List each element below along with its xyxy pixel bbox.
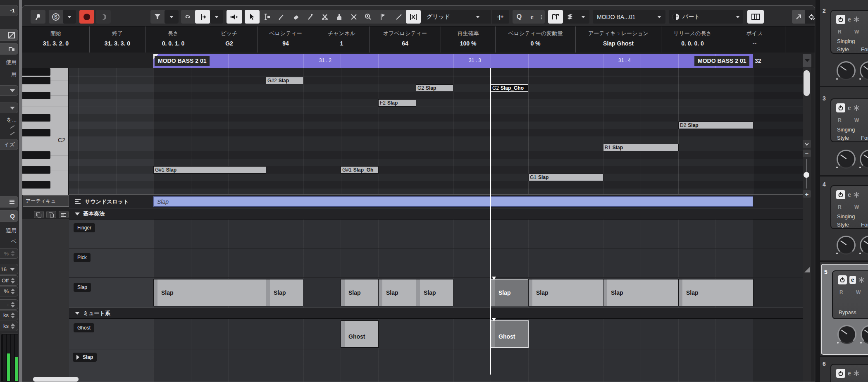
rack-slot-selected[interactable]: 5 e R W Bypass (821, 264, 868, 355)
articulation-event-slap[interactable]: Slap (528, 279, 603, 306)
info-col-release-length[interactable]: リリースの長さ0. 0. 0. 0 (661, 26, 724, 53)
info-col-velocity-variation[interactable]: ベロシティーの変動量0 % (496, 26, 576, 53)
grid-relative-button[interactable]: -|+ (491, 10, 509, 24)
power-button[interactable] (836, 103, 845, 112)
list-button[interactable] (0, 196, 18, 208)
articulation-event-slap[interactable]: Slap (341, 279, 379, 306)
midi-note[interactable]: F2Slap (378, 99, 416, 107)
mute-tool[interactable] (346, 10, 361, 24)
lanes-icon-button[interactable] (59, 211, 69, 218)
lane-tag-pick[interactable]: Pick (74, 253, 91, 262)
transpose-value-box[interactable]: -1 (0, 5, 18, 16)
info-col-channel[interactable]: チャンネル1 (314, 26, 370, 53)
line-tool[interactable] (391, 10, 406, 24)
quick-control-knob[interactable] (837, 61, 856, 80)
filter-dropdown[interactable] (165, 10, 179, 24)
stepper-dash[interactable]: - (0, 299, 18, 310)
info-col-end[interactable]: 終了31. 3. 3. 0 (90, 26, 145, 53)
info-col-probability[interactable]: 再生確率100 % (441, 26, 496, 53)
quantize-e-button[interactable]: e (526, 10, 538, 24)
black-key-f-sharp-1[interactable] (22, 181, 50, 189)
power-button[interactable] (836, 190, 845, 199)
info-col-length[interactable]: 長さ0. 0. 1. 0 (145, 26, 201, 53)
stepper-ks-2[interactable]: ks (0, 321, 18, 331)
midi-note[interactable]: B1Slap (603, 144, 679, 151)
lane-ghost[interactable] (69, 319, 803, 349)
info-col-voice[interactable]: ボイス-- (724, 26, 785, 53)
freeze-icon[interactable] (854, 105, 859, 111)
piano-keyboard[interactable]: C2 (22, 68, 69, 195)
lane-slap-collapsed[interactable] (69, 349, 803, 382)
freeze-icon[interactable] (858, 277, 864, 283)
black-key-c-sharp-2[interactable] (22, 129, 50, 136)
lane-pick[interactable] (69, 248, 803, 277)
lane-finger[interactable] (69, 220, 803, 248)
part-name-right[interactable]: MODO BASS 2 01 (694, 56, 749, 66)
black-key-a-sharp-1[interactable] (22, 151, 50, 159)
rack-slot-panel[interactable]: e R W (830, 364, 868, 382)
black-key-a-sharp-2[interactable] (22, 68, 50, 76)
rack-slot-panel[interactable]: e R W Singing Style For (830, 98, 868, 142)
solo-dropdown[interactable] (63, 10, 76, 24)
image-button[interactable] (0, 29, 18, 41)
lane-tag-ghost[interactable]: Ghost (74, 323, 94, 332)
quick-control-knob[interactable] (860, 61, 868, 80)
power-button[interactable] (836, 15, 845, 24)
info-col-pitch[interactable]: ピッチG2 (201, 26, 258, 53)
black-key-f-sharp-2[interactable] (22, 92, 50, 99)
erase-tool[interactable] (289, 10, 303, 24)
panel-splitter[interactable] (19, 0, 22, 382)
corner-arrow-button[interactable] (0, 43, 18, 55)
quantize-q-button[interactable]: Q (513, 10, 526, 24)
articulation-event-slap[interactable]: Slap (153, 279, 266, 306)
info-col-velocity[interactable]: ベロシティー94 (258, 26, 314, 53)
rack-slot-panel[interactable]: e R W Bypass (832, 270, 868, 319)
zoom-q-button[interactable]: Q (0, 210, 18, 222)
paste-icon-button[interactable] (46, 211, 56, 218)
articulation-event-ghost[interactable]: Ghost (341, 320, 379, 348)
info-col-off-velocity[interactable]: オフベロシティー64 (370, 26, 441, 53)
freeze-icon[interactable] (854, 370, 859, 376)
rack-slot-panel[interactable]: e R W Singing Style For (830, 10, 868, 54)
power-button[interactable] (836, 369, 845, 378)
part-region-band[interactable] (153, 54, 753, 68)
sound-slot-bar[interactable]: Slap (153, 196, 753, 207)
zoom-in-button[interactable]: + (803, 190, 811, 198)
quick-control-knob[interactable] (860, 236, 868, 255)
zoom-slider-knob[interactable] (804, 172, 809, 178)
midi-note[interactable]: G#1Slap (153, 166, 266, 174)
midi-input-button[interactable] (563, 10, 577, 24)
link-button[interactable] (181, 10, 195, 24)
dropdown-16[interactable]: 16 (0, 264, 18, 275)
lane-tag-slap-collapsed[interactable]: Slap (73, 353, 97, 362)
edit-instrument-button-active[interactable]: e (849, 276, 856, 284)
step-input-button[interactable] (548, 10, 563, 24)
freeze-icon[interactable] (854, 192, 859, 198)
articulation-event-slap[interactable]: Slap (378, 279, 416, 306)
scroll-up-button[interactable] (803, 54, 811, 67)
record-button[interactable] (79, 10, 94, 24)
timeline-ruler[interactable]: MODO BASS 2 01 31 . 2 31 . 3 31 . 4 MODO… (22, 53, 815, 68)
stepper-ks-1[interactable]: ks (0, 310, 18, 320)
quick-control-knob[interactable] (837, 325, 856, 344)
vertical-scrollbar-track[interactable] (803, 68, 811, 382)
part-name-left[interactable]: MODO BASS 2 01 (155, 56, 210, 66)
articulation-event-slap-selected[interactable]: Slap (491, 279, 529, 306)
edit-instrument-button[interactable]: e (848, 104, 851, 112)
read-write-automation[interactable]: R W (838, 204, 865, 210)
copy-icon-button[interactable] (34, 211, 44, 218)
autoscroll-dropdown[interactable] (210, 10, 223, 24)
vertical-scrollbar-thumb[interactable] (804, 70, 810, 96)
read-write-automation[interactable]: R W (839, 289, 866, 295)
grid-type-dropdown[interactable]: グリッド (421, 10, 491, 24)
pin-button[interactable] (31, 10, 45, 24)
stepper-percent[interactable]: % (0, 286, 18, 296)
zoom-tool[interactable] (361, 10, 375, 24)
lane-tag-slap[interactable]: Slap (74, 283, 91, 292)
solo-button[interactable]: S (49, 10, 63, 24)
midi-note-selected[interactable]: G2Slap_Gho (491, 84, 528, 92)
black-key-g-sharp-1[interactable] (22, 166, 50, 174)
step-input-dropdown[interactable] (577, 10, 589, 24)
keyboard-display-button[interactable] (747, 10, 764, 24)
info-col-articulation[interactable]: アーティキュレーションSlap Ghost (576, 26, 661, 53)
